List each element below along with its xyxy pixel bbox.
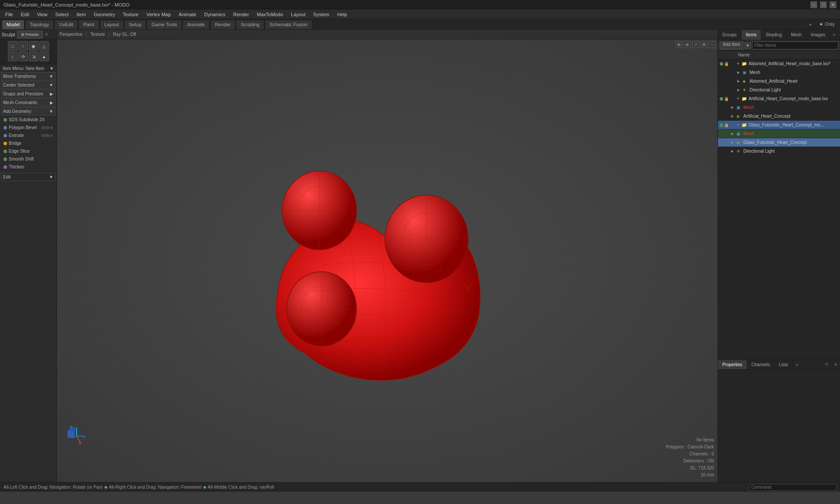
tree-item-artificial-mesh[interactable]: ▶ ▣ Mesh [718,103,840,112]
close-button[interactable]: ✕ [830,1,836,8]
presets-button[interactable]: ⊞ Presets [17,31,43,38]
mesh-constraints-header[interactable]: Mesh Constraints ▶ [1,98,56,107]
icon-select-ellipse[interactable]: ○ [18,41,28,51]
tab-lists[interactable]: Lists [775,360,793,369]
tree-item-artificial-file[interactable]: 🔒 ▼ 📁 Artificial_Heart_Concept_modo_base… [718,94,840,103]
bottom-close-icon[interactable]: ✕ [831,361,840,368]
center-selected-arrow[interactable]: ▼ [49,83,53,88]
tool-sds-subdivide[interactable]: SDS Subdivide 2X [1,116,56,124]
tab-shading[interactable]: Shading [761,30,787,40]
arrow-abiomed-file[interactable]: ▼ [736,62,741,66]
menu-system[interactable]: System [310,11,333,18]
viewport[interactable]: Perspective | Texture | Ray GL: Off [57,30,718,482]
tab-animate[interactable]: Animate [182,20,210,29]
icon-select-box[interactable]: □ [8,41,18,51]
visibility-dot-artificial[interactable] [720,97,723,101]
arrow-mesh1[interactable]: ▶ [737,70,742,74]
icon-transform-scale[interactable]: ⇲ [29,52,38,61]
tab-channels[interactable]: Channels [747,360,775,369]
add-item-dropdown[interactable]: ▼ [745,42,751,49]
tree-item-abiomed-file[interactable]: 🔒 ▼ 📁 Abiomed_Artificial_Heart_modo_base… [718,60,840,68]
menu-geometry[interactable]: Geometry [90,11,118,18]
more-transforms-arrow[interactable]: ▼ [49,74,53,79]
viewport-maximize-icon[interactable]: ↗ [692,41,699,48]
command-input[interactable] [749,484,836,491]
arrow-art-concept[interactable]: ▶ [731,114,735,118]
arrow-artificial-file[interactable]: ▼ [736,97,741,101]
arrow-heart1[interactable]: ▶ [737,79,742,83]
items-list[interactable]: 🔒 ▼ 📁 Abiomed_Artificial_Heart_modo_base… [718,60,840,360]
bottom-tab-add[interactable]: + [793,361,801,369]
tree-item-abiomed-light[interactable]: ▶ ☀ Directional Light [718,86,840,94]
tool-extrude[interactable]: Extrude Shift-X [1,132,56,140]
center-selected-header[interactable]: Center Selected ▼ [1,81,56,89]
tab-uvedit[interactable]: UvEdit [54,20,78,29]
menu-item[interactable]: Item [73,11,89,18]
tab-add-icon[interactable]: + [830,31,838,39]
sculpt-collapse[interactable]: ✕ [45,32,48,37]
tree-item-glass-mesh[interactable]: ▶ ▣ Mesh [718,130,840,138]
viewport-zoom-icon[interactable]: ⊕ [684,41,691,48]
viewport-raygl[interactable]: Ray GL: Off [113,32,136,37]
tree-item-artificial-concept[interactable]: ▶ ◈ Artificial_Heart_Concept [718,112,840,121]
item-menu-header[interactable]: Item Menu: New Item ▼ [1,65,56,72]
tab-items[interactable]: Items [742,30,761,40]
tree-item-glass-concept[interactable]: ▶ ◈ Glass_Futuristic_Heart_Concept [718,138,840,147]
tree-item-glass-file[interactable]: 🔒 ▼ 📁 Glass_Futuristic_Heart_Concept_mo.… [718,121,840,130]
menu-dynamics[interactable]: Dynamics [201,11,229,18]
icon-select-poly[interactable]: △ [39,41,49,51]
tree-item-abiomed-mesh[interactable]: ▶ ▣ Mesh [718,68,840,77]
tool-bridge[interactable]: Bridge [1,140,56,147]
arrow-glass-mesh[interactable]: ▶ [731,132,735,136]
add-item-button[interactable]: Add Item [720,42,743,49]
viewport-mode[interactable]: Perspective [60,32,82,37]
tree-item-glass-light[interactable]: ▶ ☀ Directional Light [718,147,840,156]
edit-header[interactable]: Edit ▼ [1,173,56,181]
tab-gametools[interactable]: Game Tools [147,20,182,29]
tab-images[interactable]: Images [806,30,830,40]
tab-mesh[interactable]: Mesh [787,30,806,40]
icon-transform-extra[interactable]: ▲ [39,52,49,61]
viewport-fit-icon[interactable]: ⊞ [676,41,682,48]
tab-scripting[interactable]: Scripting [236,20,264,29]
tab-add-icon[interactable]: + [805,21,815,28]
snaps-precision-header[interactable]: Snaps and Precision ▶ [1,90,56,98]
viewport-canvas[interactable]: X Y Z No Items Polygons : Catmull-Clark … [57,39,718,482]
tab-topology[interactable]: Topology [25,20,54,29]
lock-glass[interactable]: 🔒 [724,123,729,127]
maximize-button[interactable]: □ [820,1,827,8]
tab-schematic[interactable]: Schematic Fusion [265,20,312,29]
tab-properties[interactable]: Properties [718,360,747,369]
tree-item-abiomed-heart[interactable]: ▶ ◈ Abiomed_Artificial_Heart [718,77,840,86]
menu-animate[interactable]: Animate [175,11,200,18]
add-geometry-arrow[interactable]: ▼ [49,109,53,114]
menu-select[interactable]: Select [52,11,72,18]
tab-model[interactable]: Model [2,20,24,29]
lock-artificial[interactable]: 🔒 [724,97,729,101]
icon-select-lasso[interactable]: ◉ [29,41,38,51]
add-geometry-header[interactable]: Add Geometry ▼ [1,107,56,116]
menu-view[interactable]: View [34,11,51,18]
viewport-extra-icon[interactable]: ⋯ [709,41,716,48]
tool-edge-slice[interactable]: Edge Slice [1,147,56,155]
minimize-button[interactable]: ─ [810,1,817,8]
arrow-glass-light[interactable]: ▶ [731,149,735,153]
menu-edit[interactable]: Edit [18,11,33,18]
arrow-glass-file[interactable]: ▼ [736,123,741,127]
tool-polygon-bevel[interactable]: Polygon Bevel Shift-B [1,124,56,132]
tool-smooth-shift[interactable]: Smooth Shift [1,155,56,163]
icon-transform-rotate[interactable]: ⟳ [18,52,28,61]
menu-render[interactable]: Render [230,11,252,18]
snaps-precision-arrow[interactable]: ▶ [50,91,53,96]
icon-transform-move[interactable]: ↕ [8,52,18,61]
bottom-resize-icon[interactable]: ⇱ [822,361,831,368]
menu-help[interactable]: Help [334,11,351,18]
visibility-dot-glass[interactable] [720,123,723,127]
tab-groups[interactable]: Groups [718,30,742,40]
tab-layout[interactable]: Layout [100,20,124,29]
viewport-settings-icon[interactable]: ⚙ [700,41,707,48]
arrow-glass-concept[interactable]: ▶ [731,140,735,144]
filter-items-input[interactable] [752,42,838,49]
lock-abiomed[interactable]: 🔒 [724,62,729,66]
mesh-constraints-arrow[interactable]: ▶ [50,100,53,105]
